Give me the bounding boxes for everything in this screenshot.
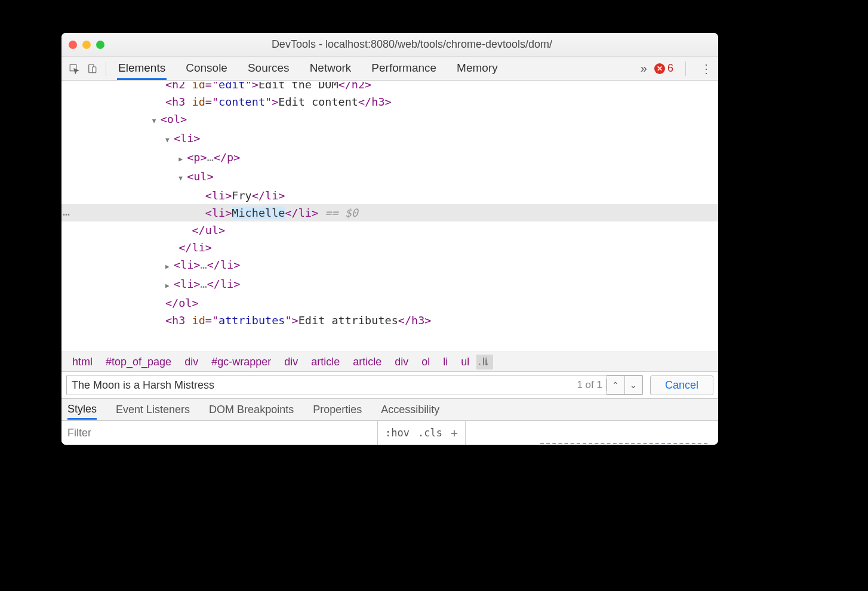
dom-node-selected[interactable]: <li>Michelle</li> == $0 — [61, 204, 718, 221]
cancel-button[interactable]: Cancel — [650, 375, 713, 395]
close-icon[interactable] — [69, 41, 77, 49]
crumb[interactable]: div — [178, 355, 204, 370]
expand-icon[interactable] — [178, 168, 187, 187]
dom-node[interactable]: <li> — [61, 130, 718, 149]
separator — [106, 61, 106, 76]
window-controls — [69, 41, 104, 49]
dom-node[interactable]: <h2 id="edit">Edit the DOM</h2> — [61, 82, 718, 93]
chevron-down-icon: ⌄ — [630, 380, 637, 390]
main-toolbar: Elements Console Sources Network Perform… — [61, 57, 718, 81]
find-count: 1 of 1 — [577, 379, 607, 391]
overflow-icon[interactable]: » — [641, 61, 647, 75]
tab-sources[interactable]: Sources — [247, 57, 291, 80]
expand-icon[interactable] — [165, 256, 174, 275]
dom-node[interactable]: </ol> — [61, 294, 718, 312]
find-prev-button[interactable]: ⌃ — [607, 375, 624, 395]
window-title: DevTools - localhost:8080/web/tools/chro… — [113, 38, 711, 51]
crumb-selected[interactable]: li — [476, 355, 493, 370]
error-badge[interactable]: ✕ 6 — [654, 62, 673, 75]
tab-accessibility[interactable]: Accessibility — [381, 404, 439, 416]
console-ref: == $0 — [325, 207, 358, 219]
tab-styles[interactable]: Styles — [67, 399, 97, 420]
styles-filter-input[interactable] — [61, 421, 378, 445]
crumb[interactable]: article — [347, 355, 387, 370]
tab-event-listeners[interactable]: Event Listeners — [116, 404, 190, 416]
find-bar: 1 of 1 ⌃ ⌄ Cancel — [61, 372, 718, 398]
inspect-icon[interactable] — [65, 60, 83, 78]
crumb[interactable]: #gc-wrapper — [205, 355, 277, 370]
titlebar: DevTools - localhost:8080/web/tools/chro… — [61, 33, 718, 57]
tab-performance[interactable]: Performance — [370, 57, 438, 80]
dom-node[interactable]: </ul> — [61, 221, 718, 239]
crumb[interactable]: div — [389, 355, 414, 370]
minimize-icon[interactable] — [82, 41, 91, 49]
tab-elements[interactable]: Elements — [117, 57, 167, 80]
menu-icon[interactable]: ⋮ — [698, 61, 715, 76]
error-count: 6 — [667, 62, 673, 75]
dom-node[interactable]: <li>…</li> — [61, 256, 718, 275]
crumb[interactable]: li — [437, 355, 454, 370]
dom-node[interactable]: </li> — [61, 239, 718, 256]
dom-node[interactable]: <p>…</p> — [61, 149, 718, 168]
device-toggle-icon[interactable] — [83, 60, 101, 78]
chevron-up-icon: ⌃ — [612, 380, 619, 390]
zoom-icon[interactable] — [96, 41, 104, 49]
expand-icon[interactable] — [165, 275, 174, 294]
new-rule-button[interactable]: + — [451, 426, 458, 440]
selected-text: Michelle — [232, 207, 285, 219]
panel-tabs: Elements Console Sources Network Perform… — [117, 57, 641, 80]
crumb[interactable]: div — [278, 355, 304, 370]
crumb[interactable]: article — [305, 355, 346, 370]
tab-memory[interactable]: Memory — [455, 57, 499, 80]
find-next-button[interactable]: ⌄ — [624, 375, 642, 395]
dom-node[interactable]: <li>…</li> — [61, 275, 718, 294]
svg-rect-2 — [93, 67, 96, 73]
dom-node[interactable]: <h3 id="attributes">Edit attributes</h3> — [61, 312, 718, 329]
expand-icon[interactable] — [178, 149, 187, 168]
separator — [685, 61, 686, 76]
sidebar-tabs: Styles Event Listeners DOM Breakpoints P… — [61, 398, 718, 421]
expand-icon[interactable] — [152, 110, 161, 130]
tab-properties[interactable]: Properties — [313, 404, 362, 416]
dom-node[interactable]: <ul> — [61, 168, 718, 187]
error-icon: ✕ — [654, 63, 665, 74]
crumb[interactable]: #top_of_page — [100, 355, 177, 370]
find-box: 1 of 1 ⌃ ⌄ — [66, 375, 643, 395]
dom-node[interactable]: <li>Fry</li> — [61, 187, 718, 204]
hov-button[interactable]: :hov — [385, 427, 410, 439]
dom-node[interactable]: <ol> — [61, 110, 718, 130]
tab-network[interactable]: Network — [309, 57, 353, 80]
inline-style-marker — [540, 443, 707, 445]
dom-tree[interactable]: <h2 id="edit">Edit the DOM</h2> <h3 id="… — [61, 81, 718, 352]
expand-icon[interactable] — [165, 130, 174, 149]
tab-dom-breakpoints[interactable]: DOM Breakpoints — [209, 404, 294, 416]
dom-node[interactable]: <h3 id="content">Edit content</h3> — [61, 93, 718, 110]
tab-console[interactable]: Console — [184, 57, 229, 80]
breadcrumb: html #top_of_page div #gc-wrapper div ar… — [61, 352, 718, 372]
crumb[interactable]: ul — [455, 355, 475, 370]
devtools-window: DevTools - localhost:8080/web/tools/chro… — [61, 33, 718, 445]
crumb[interactable]: html — [66, 355, 99, 370]
styles-toolbar: :hov .cls + — [61, 421, 718, 445]
cls-button[interactable]: .cls — [418, 427, 442, 439]
crumb[interactable]: ol — [415, 355, 436, 370]
find-input[interactable] — [67, 379, 577, 392]
